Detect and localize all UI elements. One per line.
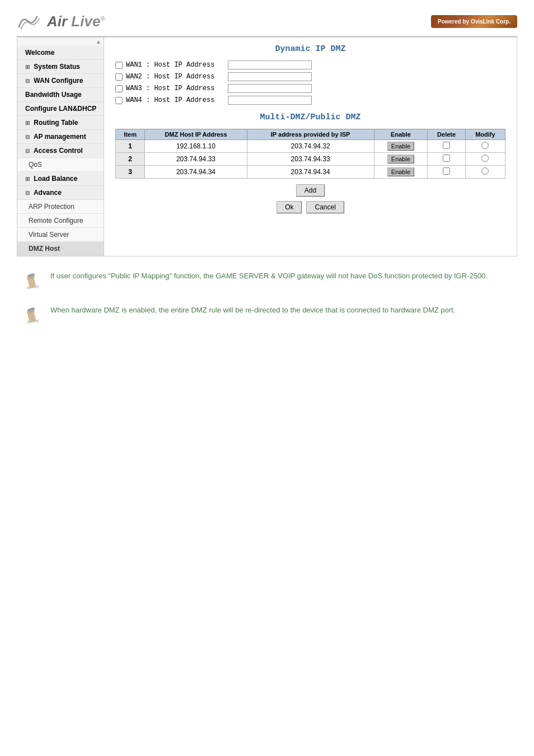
- row1-delete-checkbox[interactable]: [443, 142, 450, 149]
- sidebar-virtual-server-label: Virtual Server: [29, 231, 69, 239]
- sidebar-system-status-label: System Status: [34, 63, 80, 71]
- row3-dmz-host-ip: 203.74.94.34: [145, 166, 247, 179]
- row1-modify-radio[interactable]: [481, 142, 489, 149]
- row3-modify-cell: [465, 166, 505, 179]
- col-delete: Delete: [428, 129, 466, 140]
- sidebar-access-control-label: Access Control: [34, 147, 83, 155]
- row1-dmz-host-ip: 192.168.1.10: [145, 140, 247, 153]
- sidebar-item-welcome[interactable]: Welcome: [17, 46, 104, 60]
- table-row: 2 203.74.94.33 203.74.94.33 Enable: [116, 153, 505, 166]
- sidebar-item-advance[interactable]: ⊟ Advance: [17, 186, 104, 200]
- dynamic-dmz-title: Dynamic IP DMZ: [115, 44, 505, 54]
- sidebar-qos-label: QoS: [29, 161, 42, 169]
- wan4-checkbox[interactable]: [115, 97, 123, 104]
- row1-enable[interactable]: Enable: [374, 140, 428, 153]
- row2-item: 2: [116, 153, 145, 166]
- sidebar-item-routing-table[interactable]: ⊞ Routing Table: [17, 116, 104, 130]
- sidebar-item-dmz-host[interactable]: DMZ Host: [17, 242, 104, 256]
- wan2-label: WAN2 : Host IP Address: [126, 73, 227, 81]
- col-enable: Enable: [374, 129, 428, 140]
- brand-logo: Air Live®: [17, 11, 105, 31]
- row3-enable[interactable]: Enable: [374, 166, 428, 179]
- sidebar-item-qos[interactable]: QoS: [17, 158, 104, 172]
- dmz-table: Item DMZ Host IP Address IP address prov…: [115, 129, 505, 179]
- row1-modify-cell: [465, 140, 505, 153]
- multi-dmz-title: Multi-DMZ/Public DMZ: [115, 113, 505, 122]
- row1-isp-ip: 203.74.94.32: [247, 140, 374, 153]
- col-modify: Modify: [465, 129, 505, 140]
- row1-delete-cell: [428, 140, 466, 153]
- sidebar-advance-label: Advance: [34, 189, 62, 197]
- sidebar-item-arp-protection[interactable]: ARP Protection: [17, 200, 104, 214]
- row2-enable-button[interactable]: Enable: [387, 155, 414, 164]
- sidebar-scroll-indicator: ▲: [17, 38, 104, 46]
- sidebar-load-balance-label: Load Balance: [34, 175, 77, 183]
- note1-text: If user configures "Public IP Mapping" f…: [50, 270, 488, 282]
- wan2-row: WAN2 : Host IP Address: [115, 72, 505, 81]
- wan-rows-container: WAN1 : Host IP Address WAN2 : Host IP Ad…: [115, 60, 505, 105]
- sidebar-item-system-status[interactable]: ⊞ System Status: [17, 60, 104, 74]
- wan2-input[interactable]: [228, 72, 312, 81]
- table-row: 3 203.74.94.34 203.74.94.34 Enable: [116, 166, 505, 179]
- row2-isp-ip: 203.74.94.33: [247, 153, 374, 166]
- powered-by-badge: Powered by OvisLink Corp.: [431, 15, 517, 28]
- col-isp-ip: IP address provided by ISP: [247, 129, 374, 140]
- expand-icon-ap-management: ⊟: [25, 134, 30, 140]
- sidebar-item-ap-management[interactable]: ⊟ AP management: [17, 130, 104, 144]
- table-header-row: Item DMZ Host IP Address IP address prov…: [116, 129, 505, 140]
- note1-pencil-icon: [22, 270, 44, 292]
- row3-modify-radio[interactable]: [481, 167, 489, 175]
- sidebar-dmz-host-label: DMZ Host: [29, 245, 60, 253]
- ok-cancel-row: Ok Cancel: [115, 201, 505, 213]
- sidebar-welcome-label: Welcome: [25, 49, 54, 57]
- sidebar-item-remote-configure[interactable]: Remote Configure: [17, 214, 104, 228]
- sidebar-wan-configure-label: WAN Configure: [34, 77, 83, 85]
- expand-icon-system-status: ⊞: [25, 64, 30, 70]
- sidebar-item-load-balance[interactable]: ⊞ Load Balance: [17, 172, 104, 186]
- wan2-checkbox[interactable]: [115, 73, 123, 81]
- cancel-button[interactable]: Cancel: [306, 201, 344, 213]
- row1-enable-button[interactable]: Enable: [387, 142, 414, 151]
- sidebar-item-bandwidth-usage[interactable]: Bandwidth Usage: [17, 88, 104, 102]
- row2-modify-cell: [465, 153, 505, 166]
- row1-item: 1: [116, 140, 145, 153]
- notes-section: If user configures "Public IP Mapping" f…: [17, 270, 517, 328]
- multi-dmz-section: Multi-DMZ/Public DMZ: [115, 113, 505, 122]
- add-button[interactable]: Add: [296, 184, 325, 197]
- expand-icon-wan-configure: ⊟: [25, 78, 30, 84]
- row3-item: 3: [116, 166, 145, 179]
- row3-delete-checkbox[interactable]: [443, 167, 450, 175]
- sidebar-item-configure-lan-dhcp[interactable]: Configure LAN&DHCP: [17, 102, 104, 116]
- wan1-checkbox[interactable]: [115, 62, 123, 69]
- note2-pencil-icon: [22, 305, 44, 326]
- wan3-input[interactable]: [228, 84, 312, 93]
- wan1-row: WAN1 : Host IP Address: [115, 60, 505, 69]
- expand-icon-load-balance: ⊞: [25, 176, 30, 182]
- note2-text: When hardware DMZ is enabled, the entire…: [50, 305, 455, 316]
- sidebar-routing-table-label: Routing Table: [34, 119, 78, 127]
- note2-icon: [22, 305, 44, 328]
- col-dmz-host-ip: DMZ Host IP Address: [145, 129, 247, 140]
- sidebar-item-access-control[interactable]: ⊟ Access Control: [17, 144, 104, 158]
- sidebar-item-wan-configure[interactable]: ⊟ WAN Configure: [17, 74, 104, 88]
- wan3-row: WAN3 : Host IP Address: [115, 84, 505, 93]
- row2-dmz-host-ip: 203.74.94.33: [145, 153, 247, 166]
- sidebar-item-virtual-server[interactable]: Virtual Server: [17, 228, 104, 242]
- logo-icon: [17, 11, 44, 31]
- sidebar-bandwidth-usage-label: Bandwidth Usage: [25, 91, 82, 99]
- row2-enable[interactable]: Enable: [374, 153, 428, 166]
- row2-delete-checkbox[interactable]: [443, 155, 450, 162]
- wan1-input[interactable]: [228, 60, 312, 69]
- wan3-checkbox[interactable]: [115, 85, 123, 92]
- wan4-input[interactable]: [228, 96, 312, 105]
- sidebar-ap-management-label: AP management: [34, 133, 86, 141]
- row2-delete-cell: [428, 153, 466, 166]
- sidebar-configure-lan-dhcp-label: Configure LAN&DHCP: [25, 105, 96, 113]
- sidebar-arp-protection-label: ARP Protection: [29, 203, 74, 211]
- ok-button[interactable]: Ok: [277, 201, 302, 213]
- expand-icon-routing-table: ⊞: [25, 120, 30, 126]
- wan4-row: WAN4 : Host IP Address: [115, 96, 505, 105]
- wan1-label: WAN1 : Host IP Address: [126, 61, 227, 69]
- row2-modify-radio[interactable]: [481, 155, 489, 162]
- row3-enable-button[interactable]: Enable: [387, 167, 414, 176]
